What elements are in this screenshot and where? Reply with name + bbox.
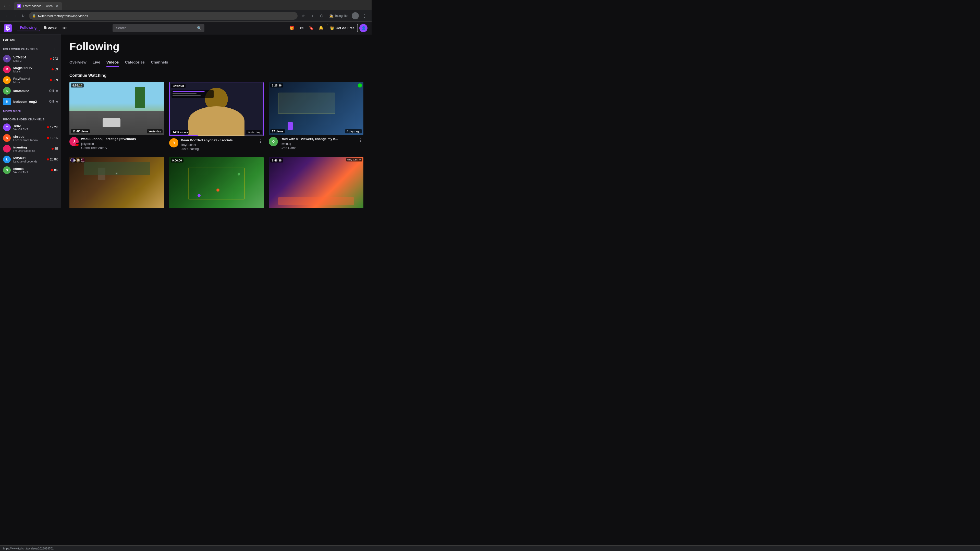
channel-status-inamiing: 35 xyxy=(52,147,58,151)
nav-more-button[interactable]: ••• xyxy=(61,24,68,32)
foliage-4 xyxy=(84,162,150,175)
tab-categories[interactable]: Categories xyxy=(125,58,145,67)
duration-badge-3: 2:25:36 xyxy=(270,83,283,87)
search-bar[interactable]: 🔍 xyxy=(113,24,204,32)
avatar-icon: 👤 xyxy=(361,26,366,30)
rewards-button[interactable]: 🎁 xyxy=(288,24,296,32)
channel-game-loltyler1: League of Legends xyxy=(13,160,45,163)
tab-prev-button[interactable]: ‹ xyxy=(2,4,6,8)
search-button[interactable]: 🔍 xyxy=(194,24,204,32)
video-card-3[interactable]: 2:25:36 57 views 4 days ago O Raid with … xyxy=(269,82,363,151)
date-badge-2: Yesterday xyxy=(246,130,262,134)
notifications-button[interactable]: 🔔 xyxy=(317,24,325,32)
sidebar-item-magic899tv[interactable]: M Magic899TV Music 59 xyxy=(0,64,61,75)
views-badge-3: 57 views xyxy=(270,129,285,133)
collapse-sidebar-icon[interactable]: ← xyxy=(54,38,58,42)
incognito-label: Incognito xyxy=(335,14,348,17)
sidebar-item-shroud[interactable]: S shroud Escape from Tarkov 12.1K xyxy=(0,133,61,143)
sidebar-item-s0mcs[interactable]: S s0mcs VALORANT 8K xyxy=(0,165,61,176)
nav-following[interactable]: Following xyxy=(17,24,40,32)
sidebar: For You ← FOLLOWED CHANNELS ↕ V VCM354 D… xyxy=(0,35,61,208)
sidebar-item-betboom[interactable]: B betboom_eng2 Offline xyxy=(0,96,61,107)
channel-name-inamiing: inamiing xyxy=(13,145,49,149)
channel-avatar-tenz: T xyxy=(3,124,11,131)
main-content: Following Overview Live Videos Categorie… xyxy=(61,35,372,208)
sidebar-item-tenz[interactable]: T TenZ VALORANT 12.2K xyxy=(0,122,61,133)
refresh-button[interactable]: ↻ xyxy=(19,12,27,20)
video-card-5[interactable]: 9:06:00 xyxy=(169,157,264,208)
video-card-1[interactable]: 6:56:10 12.4K views Yesterday J wasuuuhh… xyxy=(69,82,164,151)
for-you-section: For You ← xyxy=(0,35,61,43)
video-card-2[interactable]: 22:42:28 145K views Yesterday R Bean Boo… xyxy=(169,82,264,151)
channel-info-rayrachel: RayRachel Music xyxy=(13,77,47,84)
bookmarks-button[interactable]: 🔖 xyxy=(307,24,315,32)
sidebar-item-inamiing[interactable]: I inamiing I'm Only Sleeping 35 xyxy=(0,143,61,154)
following-tabs: Overview Live Videos Categories Channels xyxy=(69,58,363,67)
video-title-2: Bean Boozled anyone? - !socials xyxy=(181,138,255,143)
channel-info-shroud: shroud Escape from Tarkov xyxy=(13,135,45,141)
video-more-button-1[interactable]: ⋮ xyxy=(158,137,164,143)
twitch-logo[interactable] xyxy=(4,24,12,32)
forward-button[interactable]: → xyxy=(11,12,19,20)
live-dot-rayrachel xyxy=(50,79,52,81)
video-info-1: wasuuuhhhh | !prestige |!fivemods jollym… xyxy=(81,137,156,150)
channel-status-tenz: 12.2K xyxy=(47,125,58,129)
progress-bar-2 xyxy=(170,135,198,136)
views-badge-1: 12.4K views xyxy=(71,129,90,133)
chat-line-2b xyxy=(172,93,197,94)
channel-game-tenz: VALORANT xyxy=(13,128,45,131)
offline-text-betboom: Offline xyxy=(49,100,58,103)
sidebar-item-loltyler1[interactable]: L loltyler1 League of Legends 20.8K xyxy=(0,154,61,165)
channel-name-s0mcs: s0mcs xyxy=(13,167,48,171)
sidebar-item-kkatamina[interactable]: K kkatamina Offline xyxy=(0,86,61,96)
tab-channels[interactable]: Channels xyxy=(151,58,168,67)
live-dot-tenz xyxy=(47,126,49,128)
channel-info-s0mcs: s0mcs VALORANT xyxy=(13,167,48,174)
download-button[interactable]: ↓ xyxy=(309,12,316,19)
channel-status-vcm354: 142 xyxy=(50,57,58,60)
channel-status-magic899tv: 59 xyxy=(52,68,58,71)
back-button[interactable]: ← xyxy=(3,12,11,20)
video-more-button-2[interactable]: ⋮ xyxy=(258,138,264,144)
extensions-button[interactable]: ⬡ xyxy=(318,12,325,19)
channel-name-rayrachel: RayRachel xyxy=(13,77,47,81)
crown-icon: 👑 xyxy=(330,26,334,30)
video-info-3: Raid with 5+ viewers, change my b... owe… xyxy=(280,137,355,150)
video-more-button-3[interactable]: ⋮ xyxy=(357,137,363,143)
channel-info-loltyler1: loltyler1 League of Legends xyxy=(13,156,45,163)
channel-name-tenz: TenZ xyxy=(13,124,45,128)
show-more-button[interactable]: Show More xyxy=(0,107,61,115)
player-3 xyxy=(288,122,293,130)
sidebar-item-vcm354[interactable]: V VCM354 Dota 2 142 xyxy=(0,53,61,64)
tab-live[interactable]: Live xyxy=(93,58,100,67)
messages-button[interactable]: ✉ xyxy=(298,24,306,32)
channel-info-kkatamina: kkatamina xyxy=(13,89,47,93)
profile-button[interactable] xyxy=(352,12,359,19)
channel-info-magic899tv: Magic899TV Music xyxy=(13,66,49,73)
address-bar[interactable]: 🔒 twitch.tv/directory/following/videos xyxy=(29,12,298,20)
nav-browse[interactable]: Browse xyxy=(41,24,60,32)
car-1 xyxy=(103,118,121,127)
new-tab-button[interactable]: + xyxy=(63,3,70,10)
video-title-1: wasuuuhhhh | !prestige |!fivemods xyxy=(81,137,156,141)
tab-videos[interactable]: Videos xyxy=(107,58,119,67)
sidebar-sort-button[interactable]: ↕ xyxy=(52,46,58,52)
user-avatar-button[interactable]: 👤 xyxy=(360,24,368,32)
search-input[interactable] xyxy=(113,26,194,30)
tab-next-button[interactable]: › xyxy=(8,4,12,8)
for-you-title: For You xyxy=(3,38,15,42)
video-card-4[interactable]: 19:35:01 xyxy=(69,157,164,208)
video-channel-3: owenzq xyxy=(280,142,355,146)
offline-text-kkatamina: Offline xyxy=(49,89,58,93)
browser-menu-button[interactable]: ⋮ xyxy=(361,13,369,19)
channel-game-rayrachel: Music xyxy=(13,81,47,84)
active-tab[interactable]: Latest Videos · Twitch ✕ xyxy=(14,2,62,10)
indicator-3 xyxy=(358,83,362,87)
tab-close-button[interactable]: ✕ xyxy=(55,4,59,8)
get-ad-free-button[interactable]: 👑 Get Ad-Free xyxy=(327,24,358,32)
bookmark-button[interactable]: ☆ xyxy=(300,12,307,19)
sidebar-item-rayrachel[interactable]: R RayRachel Music 399 xyxy=(0,75,61,86)
incognito-button[interactable]: 🕵 Incognito xyxy=(327,13,350,19)
video-card-6[interactable]: daily subs: 44 6:46:38 xyxy=(269,157,363,208)
tab-overview[interactable]: Overview xyxy=(69,58,86,67)
